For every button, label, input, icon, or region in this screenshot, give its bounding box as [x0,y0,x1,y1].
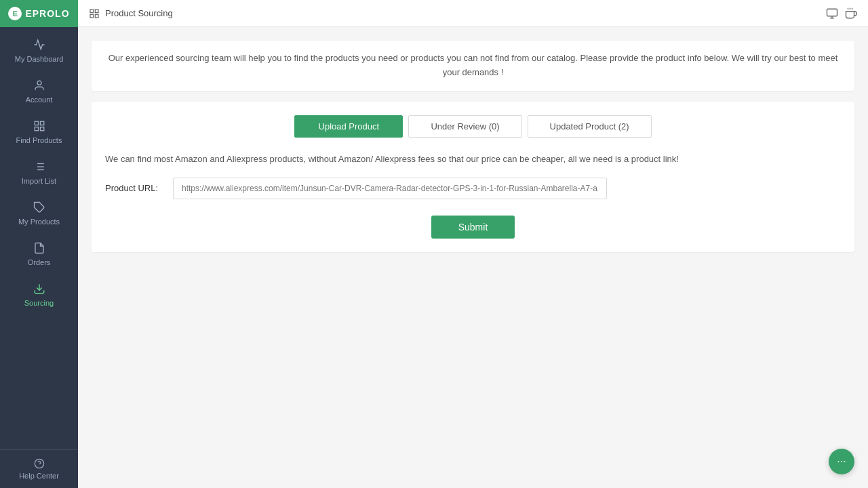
sidebar-item-sourcing[interactable]: Sourcing [0,274,78,315]
chart-icon [33,39,45,52]
svg-rect-19 [827,9,837,16]
info-banner: Our experienced sourcing team will help … [92,41,854,91]
svg-rect-17 [95,14,98,18]
sidebar-item-label: Find Products [16,136,62,144]
tab-under-review[interactable]: Under Review (0) [408,115,521,138]
svg-rect-1 [35,121,38,125]
sidebar-item-label: Account [26,96,53,104]
product-url-label: Product URL: [105,183,173,193]
sidebar-item-label: Import List [22,177,56,185]
sidebar: E EPROLO My Dashboard Account Find Produ… [0,0,78,488]
sidebar-item-import-list[interactable]: Import List [0,152,78,193]
screen-icon[interactable] [826,7,838,20]
svg-rect-2 [40,121,43,125]
main-content: Product Sourcing Our experienced sourcin… [78,0,868,488]
banner-text: Our experienced sourcing team will help … [108,53,838,77]
svg-rect-4 [35,127,38,131]
content-area: Our experienced sourcing team will help … [78,27,868,488]
submit-row: Submit [105,216,841,239]
topbar-left: Product Sourcing [89,8,173,19]
sidebar-item-account[interactable]: Account [0,71,78,112]
tabs-card: Upload Product Under Review (0) Updated … [92,102,854,252]
logo-letter: E [13,9,18,18]
svg-rect-3 [40,127,43,131]
sidebar-item-find-products[interactable]: Find Products [0,112,78,152]
topbar-title: Product Sourcing [105,8,173,18]
grid-page-icon [89,8,100,19]
grid-icon [33,120,45,134]
sidebar-item-label: My Products [18,218,60,226]
sidebar-item-label: Orders [28,258,51,266]
sidebar-nav: My Dashboard Account Find Products Impor… [0,27,78,449]
sidebar-item-dashboard[interactable]: My Dashboard [0,30,78,71]
sidebar-item-my-products[interactable]: My Products [0,193,78,234]
tabs-row: Upload Product Under Review (0) Updated … [105,115,841,138]
chat-icon: ··· [837,455,846,468]
svg-rect-15 [90,9,94,13]
download-icon [33,283,45,296]
product-url-row: Product URL: [105,178,841,199]
tab-updated-product[interactable]: Updated Product (2) [528,115,652,138]
svg-point-0 [37,81,41,85]
svg-rect-18 [90,14,94,18]
topbar-right [826,7,857,20]
svg-point-13 [35,459,43,468]
product-url-input[interactable] [173,178,607,199]
tab-upload-product[interactable]: Upload Product [294,115,403,138]
submit-button[interactable]: Submit [431,216,515,239]
svg-rect-16 [95,9,98,13]
share-icon[interactable] [845,7,857,20]
logo-icon: E [8,7,22,20]
chat-bubble[interactable]: ··· [829,449,854,474]
file-icon [33,242,45,256]
logo-text: EPROLO [25,8,69,19]
list-icon [33,161,45,174]
topbar: Product Sourcing [78,0,868,27]
help-label: Help Center [19,472,59,480]
user-icon [33,79,45,93]
logo: E EPROLO [0,0,78,27]
sidebar-item-orders[interactable]: Orders [0,234,78,274]
sidebar-help[interactable]: Help Center [0,449,78,488]
tag-icon [33,201,45,215]
sidebar-item-label: My Dashboard [15,55,64,63]
description-text: We can find most Amazon and Aliexpress p… [105,154,841,164]
sidebar-item-label: Sourcing [24,299,54,307]
